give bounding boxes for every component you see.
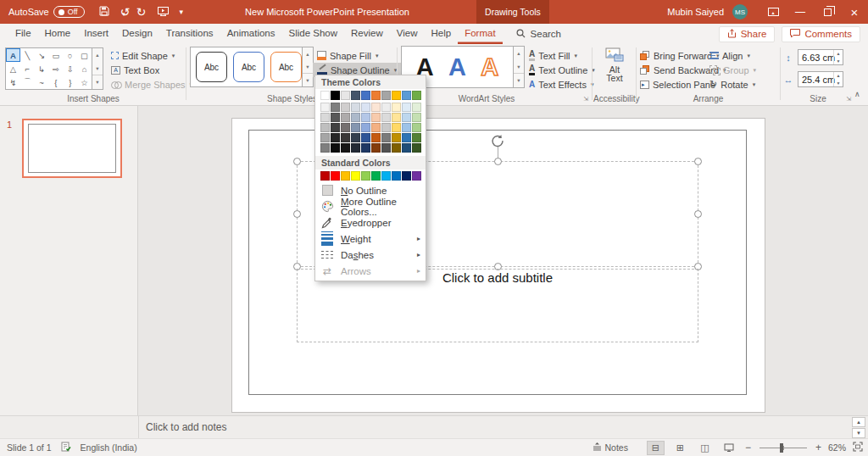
save-icon[interactable] [99, 6, 109, 18]
theme-color-variant-swatch[interactable] [392, 103, 401, 112]
theme-color-variant-swatch[interactable] [361, 113, 370, 122]
theme-color-variant-swatch[interactable] [320, 133, 330, 142]
fit-slide-icon[interactable] [853, 442, 863, 453]
tab-home[interactable]: Home [38, 24, 78, 44]
tab-insert[interactable]: Insert [77, 24, 115, 44]
edit-shape-button[interactable]: Edit Shape▾ [111, 48, 192, 63]
theme-color-variant-swatch[interactable] [371, 133, 381, 142]
theme-color-swatch[interactable] [402, 91, 411, 100]
text-box-button[interactable]: AText Box [111, 63, 192, 77]
theme-color-variant-swatch[interactable] [392, 143, 401, 153]
zoom-slider[interactable] [760, 448, 807, 448]
tab-help[interactable]: Help [425, 24, 459, 44]
language-indicator[interactable]: English (India) [81, 442, 137, 453]
shape-height-field[interactable]: 6.63 cm▲▼ [798, 49, 843, 65]
slide-sorter-view-button[interactable]: ⊞ [671, 441, 689, 455]
spell-check-icon[interactable] [61, 442, 71, 453]
wordart-style-preset[interactable]: A [448, 55, 466, 80]
comments-button[interactable]: Comments [782, 26, 860, 42]
theme-color-swatch[interactable] [392, 91, 401, 100]
shape-gallery-item[interactable]: ~ [35, 75, 49, 89]
theme-color-variant-swatch[interactable] [320, 103, 330, 112]
theme-color-variant-swatch[interactable] [320, 123, 330, 132]
slide[interactable]: Click to add subtitle [231, 118, 765, 413]
shape-gallery-item[interactable]: ○ [63, 48, 77, 62]
shape-gallery-item[interactable]: ▭ [49, 48, 64, 62]
theme-color-variant-swatch[interactable] [402, 103, 411, 112]
shape-gallery-item[interactable]: } [63, 75, 77, 89]
tab-transitions[interactable]: Transitions [159, 24, 220, 44]
theme-color-variant-swatch[interactable] [381, 113, 391, 122]
shape-width-field[interactable]: 25.4 cm▲▼ [798, 71, 843, 87]
shape-gallery-item[interactable]: △ [6, 62, 20, 75]
search-box[interactable]: Search [516, 29, 561, 40]
theme-color-swatch[interactable] [320, 91, 330, 100]
shape-gallery-item[interactable]: ↘ [35, 48, 49, 62]
shape-fill-button[interactable]: Shape Fill▾ [317, 48, 401, 63]
theme-color-variant-swatch[interactable] [402, 133, 411, 142]
avatar[interactable]: MS [732, 4, 748, 19]
shape-gallery-item[interactable]: ↯ [6, 75, 20, 89]
ribbon-display-options-button[interactable]: ▴ [760, 0, 787, 24]
shape-gallery-item[interactable]: ⌒ [20, 75, 35, 89]
resize-handle-middle-right[interactable] [694, 210, 702, 218]
slideshow-view-button[interactable] [721, 441, 738, 455]
theme-color-variant-swatch[interactable] [381, 103, 391, 112]
shape-gallery-item[interactable]: ⌂ [77, 62, 92, 75]
user-name[interactable]: Mubin Saiyed [667, 7, 724, 17]
theme-color-variant-swatch[interactable] [392, 123, 401, 132]
resize-handle-top-right[interactable] [694, 158, 702, 165]
theme-color-variant-swatch[interactable] [412, 133, 421, 142]
tab-view[interactable]: View [390, 24, 425, 44]
zoom-level[interactable]: 62% [828, 442, 846, 453]
shape-gallery-item[interactable]: ⇨ [49, 62, 64, 75]
theme-color-variant-swatch[interactable] [331, 143, 340, 153]
undo-icon[interactable]: ↺▾ [120, 6, 125, 18]
shape-style-preset[interactable]: Abc [233, 52, 264, 82]
theme-color-variant-swatch[interactable] [351, 103, 360, 112]
theme-color-variant-swatch[interactable] [371, 143, 381, 153]
theme-color-variant-swatch[interactable] [351, 133, 360, 142]
theme-color-variant-swatch[interactable] [392, 113, 401, 122]
theme-color-variant-swatch[interactable] [361, 123, 370, 132]
tab-format[interactable]: Format [458, 24, 502, 44]
standard-color-swatch[interactable] [320, 171, 330, 181]
theme-color-variant-swatch[interactable] [381, 143, 391, 153]
standard-color-swatch[interactable] [351, 171, 360, 181]
theme-color-variant-swatch[interactable] [320, 143, 330, 153]
standard-color-swatch[interactable] [341, 171, 350, 181]
theme-color-variant-swatch[interactable] [361, 103, 370, 112]
normal-view-button[interactable]: ⊟ [647, 441, 665, 455]
theme-color-variant-swatch[interactable] [371, 123, 381, 132]
standard-color-swatch[interactable] [412, 171, 421, 181]
theme-color-variant-swatch[interactable] [331, 113, 340, 122]
theme-color-variant-swatch[interactable] [402, 113, 411, 122]
shape-gallery-item[interactable]: { [49, 75, 64, 89]
resize-handle-top-middle[interactable] [494, 158, 502, 165]
shape-gallery-item[interactable]: ╲ [20, 48, 35, 62]
theme-color-swatch[interactable] [351, 91, 360, 100]
height-spinner[interactable]: ▲▼ [833, 50, 843, 64]
theme-color-variant-swatch[interactable] [320, 113, 330, 122]
wordart-scroll[interactable]: ▴▾▾ [514, 46, 525, 88]
theme-color-swatch[interactable] [361, 91, 370, 100]
shape-gallery-item[interactable]: ↳ [35, 62, 49, 75]
shape-style-preset[interactable]: Abc [196, 52, 227, 82]
text-outline-button[interactable]: AText Outline▾ [529, 63, 595, 77]
menu-item-dashes[interactable]: Dashes▸ [315, 247, 426, 263]
standard-color-swatch[interactable] [392, 171, 401, 181]
tab-slide-show[interactable]: Slide Show [282, 24, 345, 44]
theme-color-swatch[interactable] [331, 91, 340, 100]
zoom-out-icon[interactable]: − [745, 442, 751, 453]
theme-color-variant-swatch[interactable] [371, 103, 381, 112]
tab-animations[interactable]: Animations [220, 24, 282, 44]
theme-color-variant-swatch[interactable] [402, 143, 411, 153]
theme-color-variant-swatch[interactable] [381, 133, 391, 142]
theme-color-variant-swatch[interactable] [351, 113, 360, 122]
theme-color-variant-swatch[interactable] [341, 133, 350, 142]
shape-gallery-item[interactable]: ☆ [77, 75, 92, 89]
next-slide-icon[interactable]: ▼ [852, 428, 865, 438]
standard-color-swatch[interactable] [381, 171, 391, 181]
align-button[interactable]: Align▾ [709, 48, 756, 63]
shape-style-preset[interactable]: Abc [270, 52, 302, 82]
